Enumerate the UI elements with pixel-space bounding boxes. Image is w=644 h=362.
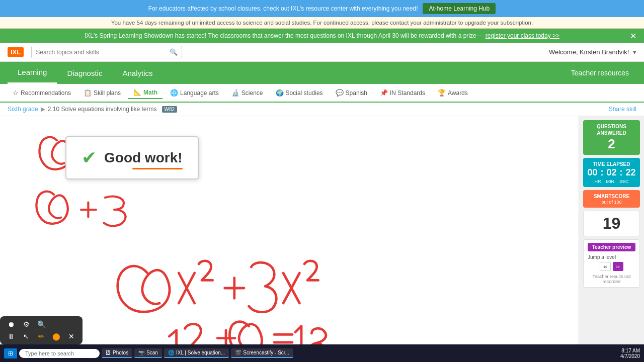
checkmark-icon: ✔ (82, 147, 97, 168)
timer-sec: 22 (626, 167, 636, 178)
questions-answered-title: Questions answered (587, 123, 636, 136)
taskbar-ixl-app[interactable]: 🌐 IXL | Solve equation... (164, 348, 229, 358)
jump-right-button[interactable]: ›› (613, 262, 623, 271)
subnav-in-standards-label: IN Standards (390, 89, 425, 97)
subnav-skillplans[interactable]: 📋 Skill plans (78, 87, 126, 99)
timer-display: 00 : 02 : 22 (587, 167, 636, 178)
subnav-awards[interactable]: 🏆 Awards (433, 87, 473, 99)
smart-score-subtitle: out of 100 (587, 200, 636, 205)
banner-close-icon[interactable]: ✕ (630, 31, 636, 41)
ixl-browser-icon: 🌐 (168, 350, 174, 355)
good-work-popup: ✔ Good work! (65, 136, 199, 179)
scan-icon: 📷 (138, 350, 144, 355)
subnav-recommendations-label: Recommendations (21, 89, 71, 97)
toolbar-row-bottom: ⏸ ↖ ✏ ⬤ ✕ (6, 332, 76, 340)
timer-hr: 00 (587, 167, 597, 178)
screencast-record-icon[interactable]: ⏺ (6, 320, 16, 328)
jump-level-label: Jump a level (588, 254, 635, 260)
educator-banner-text: For educators affected by school closure… (148, 5, 418, 12)
nav-analytics[interactable]: Analytics (112, 63, 163, 83)
subnav-math-label: Math (143, 89, 157, 96)
welcome-text: Welcome, Kirsten Brandvik! ▾ (549, 48, 636, 56)
welcome-dropdown-arrow[interactable]: ▾ (633, 48, 636, 56)
social-studies-icon: 🌍 (276, 89, 284, 97)
screencastify-label: Screencastify - Scr... (243, 350, 289, 355)
nav-learning[interactable]: Learning (8, 62, 57, 84)
search-icon[interactable]: 🔍 (170, 48, 178, 56)
photos-label: Photos (113, 350, 128, 355)
math-icon: 📐 (133, 88, 141, 96)
subnav-math[interactable]: 📐 Math (128, 86, 163, 99)
start-button[interactable]: ⊞ (4, 348, 17, 358)
awards-icon: 🏆 (438, 89, 446, 97)
smart-score-value: 19 (588, 214, 635, 233)
breadcrumb-separator: ▶ (41, 106, 45, 113)
screencast-settings-icon[interactable]: ⚙ (21, 320, 31, 328)
questions-answered-card: Questions answered 2 (583, 120, 640, 155)
subnav-social-studies-label: Social studies (286, 89, 323, 97)
timer-hr-label: HR (594, 179, 601, 184)
subnav-science[interactable]: 🔬 Science (226, 87, 268, 99)
subnav-language-arts[interactable]: 🌐 Language arts (165, 87, 224, 99)
search-input[interactable] (36, 49, 167, 56)
subscription-banner: You have 54 days remaining of unlimited … (0, 17, 644, 29)
toolbar-close-icon[interactable]: ✕ (66, 332, 76, 340)
subnav-spanish-label: Spanish (346, 89, 367, 97)
subnav-social-studies[interactable]: 🌍 Social studies (271, 87, 328, 99)
main-nav: Learning Diagnostic Analytics Teacher re… (0, 62, 644, 84)
timer-min: 02 (606, 167, 616, 178)
subject-subnav: ☆ Recommendations 📋 Skill plans 📐 Math 🌐… (0, 84, 644, 103)
science-icon: 🔬 (231, 89, 239, 97)
toolbar-cursor-icon[interactable]: ↖ (21, 332, 31, 340)
timer-labels: HR MIN SEC (587, 179, 636, 184)
subnav-in-standards[interactable]: 📌 IN Standards (375, 87, 430, 99)
toolbar-pen-icon[interactable]: ✏ (36, 332, 46, 340)
good-work-text: Good work! (104, 150, 183, 166)
good-work-underline (132, 168, 183, 169)
main-content: ✔ Good work! (0, 116, 644, 362)
taskbar-screencastify-app[interactable]: 🎬 Screencastify - Scr... (231, 348, 293, 358)
questions-answered-value: 2 (587, 136, 636, 152)
time-elapsed-card: Time elapsed 00 : 02 : 22 HR MIN SEC (583, 158, 640, 187)
breadcrumb-grade[interactable]: Sixth grade (8, 106, 38, 113)
taskbar: ⊞ 🖼 Photos 📷 Scan 🌐 IXL | Solve equation… (0, 344, 644, 362)
taskbar-time-display: 8:17 AM (620, 348, 640, 353)
screencastify-icon: 🎬 (235, 350, 241, 355)
learning-hub-button[interactable]: At-home Learning Hub (423, 3, 496, 14)
language-icon: 🌐 (170, 89, 178, 97)
smart-score-title: SmartScore (587, 193, 636, 200)
skill-badge: W82 (162, 106, 178, 113)
ixl-logo[interactable]: IXL (8, 47, 24, 57)
taskbar-search-input[interactable] (19, 349, 100, 358)
toolbar-dot-icon[interactable]: ⬤ (51, 332, 61, 340)
subscription-text: You have 54 days remaining of unlimited … (111, 20, 533, 26)
subnav-spanish[interactable]: 💬 Spanish (331, 87, 372, 99)
teacher-preview-card: Teacher preview Jump a level ‹‹ ›› Teach… (583, 239, 640, 288)
screencast-info-icon[interactable]: 🔍 (36, 320, 46, 328)
breadcrumb-skill: 2.10 Solve equations involving like term… (48, 106, 157, 113)
site-header: IXL 🔍 Welcome, Kirsten Brandvik! ▾ (0, 43, 644, 62)
scan-label: Scan (146, 350, 158, 355)
right-panel: Questions answered 2 Time elapsed 00 : 0… (579, 116, 644, 362)
breadcrumb: Sixth grade ▶ 2.10 Solve equations invol… (0, 103, 644, 116)
subnav-language-arts-label: Language arts (180, 89, 219, 97)
spring-showdown-link[interactable]: register your class today >> (486, 32, 559, 39)
search-bar[interactable]: 🔍 (31, 46, 182, 58)
toolbar-pause-icon[interactable]: ⏸ (6, 332, 16, 340)
taskbar-scan-app[interactable]: 📷 Scan (134, 348, 162, 358)
smart-score-header-card: SmartScore out of 100 (583, 190, 640, 208)
nav-diagnostic[interactable]: Diagnostic (57, 63, 112, 83)
subnav-recommendations[interactable]: ☆ Recommendations (8, 87, 76, 99)
standards-icon: 📌 (380, 89, 388, 97)
taskbar-photos-app[interactable]: 🖼 Photos (102, 348, 132, 358)
teacher-resources-link[interactable]: Teacher resources (564, 63, 636, 83)
ixl-label: IXL | Solve equation... (176, 350, 225, 355)
timer-colon2: : (620, 167, 623, 178)
share-skill-button[interactable]: Share skill (609, 106, 636, 113)
jump-left-button[interactable]: ‹‹ (600, 262, 610, 271)
logo-box: IXL (8, 47, 24, 57)
subnav-science-label: Science (242, 89, 263, 97)
spring-showdown-text: IXL's Spring Learning Showdown has start… (85, 32, 482, 39)
timer-sec-label: SEC (619, 179, 629, 184)
math-canvas-area[interactable]: ✔ Good work! (0, 116, 579, 362)
